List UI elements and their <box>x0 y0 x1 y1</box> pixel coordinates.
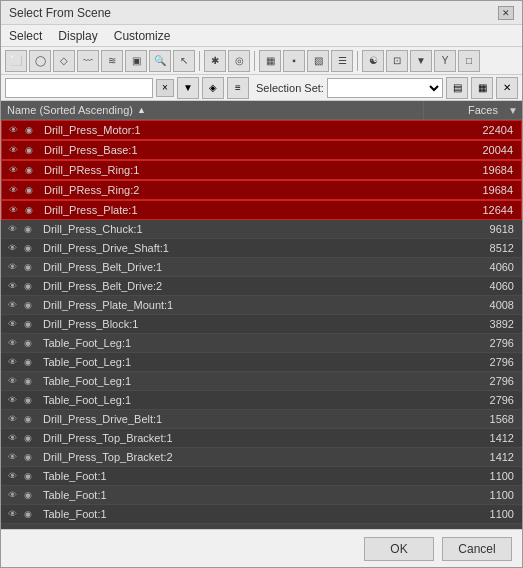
tool-box[interactable]: □ <box>458 50 480 72</box>
tool-fence[interactable]: ◇ <box>53 50 75 72</box>
render-icon[interactable]: ◉ <box>21 488 35 502</box>
visibility-icon[interactable]: 👁 <box>5 355 19 369</box>
table-row[interactable]: 👁 ◉ Drill_PRess_Ring:2 19684 <box>1 180 522 200</box>
visibility-icon[interactable]: 👁 <box>5 336 19 350</box>
table-row[interactable]: 👁 ◉ Table_Foot_Leg:1 2796 <box>1 353 522 372</box>
tool-none[interactable]: ◎ <box>228 50 250 72</box>
visibility-icon[interactable]: 👁 <box>6 203 20 217</box>
menu-display[interactable]: Display <box>54 28 101 44</box>
visibility-icon[interactable]: 👁 <box>5 450 19 464</box>
visibility-icon[interactable]: 👁 <box>6 143 20 157</box>
tool-layers[interactable]: ☰ <box>331 50 353 72</box>
sel-btn-2[interactable]: ▦ <box>471 77 493 99</box>
table-row[interactable]: 👁 ◉ Drill_Press_Top_Bracket:2 1412 <box>1 448 522 467</box>
render-icon[interactable]: ◉ <box>22 123 36 137</box>
table-row[interactable]: 👁 ◉ Table_Foot:1 1100 <box>1 486 522 505</box>
visibility-icon[interactable]: 👁 <box>5 260 19 274</box>
render-icon[interactable]: ◉ <box>21 450 35 464</box>
clear-search-button[interactable]: × <box>156 79 174 97</box>
tool-grid[interactable]: ▦ <box>259 50 281 72</box>
layer-button[interactable]: ◈ <box>202 77 224 99</box>
table-row[interactable]: 👁 ◉ Table_Foot_Leg:1 2796 <box>1 391 522 410</box>
render-icon[interactable]: ◉ <box>21 431 35 445</box>
header-name[interactable]: Name (Sorted Ascending) ▲ <box>1 101 424 119</box>
tool-display[interactable]: ☯ <box>362 50 384 72</box>
tool-hierarchy[interactable]: ▧ <box>307 50 329 72</box>
render-icon[interactable]: ◉ <box>21 412 35 426</box>
tool-funnel[interactable]: ▼ <box>410 50 432 72</box>
render-icon[interactable]: ◉ <box>22 183 36 197</box>
visibility-icon[interactable]: 👁 <box>6 163 20 177</box>
table-row[interactable]: 👁 ◉ Drill_Press_Plate:1 12644 <box>1 200 522 220</box>
visibility-icon[interactable]: 👁 <box>5 507 19 521</box>
sort-button[interactable]: ≡ <box>227 77 249 99</box>
table-row[interactable]: 👁 ◉ Drill_Press_Top_Bracket:1 1412 <box>1 429 522 448</box>
tool-circle[interactable]: ◯ <box>29 50 51 72</box>
visibility-icon[interactable]: 👁 <box>5 374 19 388</box>
table-row[interactable]: 👁 ◉ Drill_Press_Belt_Drive:2 4060 <box>1 277 522 296</box>
tool-arrow[interactable]: ↖ <box>173 50 195 72</box>
visibility-icon[interactable]: 👁 <box>5 431 19 445</box>
table-row[interactable]: 👁 ◉ Drill_Press_Motor:1 22404 <box>1 120 522 140</box>
visibility-icon[interactable]: 👁 <box>5 279 19 293</box>
table-row[interactable]: 👁 ◉ Table_Foot_Leg:1 2796 <box>1 334 522 353</box>
render-icon[interactable]: ◉ <box>21 507 35 521</box>
tool-region[interactable]: ▣ <box>125 50 147 72</box>
table-row[interactable]: 👁 ◉ Table_Foot:1 1100 <box>1 467 522 486</box>
visibility-icon[interactable]: 👁 <box>6 123 20 137</box>
menu-select[interactable]: Select <box>5 28 46 44</box>
table-row[interactable]: 👁 ◉ Drill_Press_Block:1 3892 <box>1 315 522 334</box>
visibility-icon[interactable]: 👁 <box>5 469 19 483</box>
close-button[interactable]: ✕ <box>498 6 514 20</box>
visibility-icon[interactable]: 👁 <box>5 393 19 407</box>
table-row[interactable]: 👁 ◉ Drill_Press_Drive_Belt:1 1568 <box>1 410 522 429</box>
table-row[interactable]: 👁 ◉ Drill_Press_Plate_Mount:1 4008 <box>1 296 522 315</box>
render-icon[interactable]: ◉ <box>22 203 36 217</box>
tool-all[interactable]: ✱ <box>204 50 226 72</box>
render-icon[interactable]: ◉ <box>21 469 35 483</box>
tool-funnel2[interactable]: Y <box>434 50 456 72</box>
tool-lasso[interactable]: 〰 <box>77 50 99 72</box>
table-row[interactable]: 👁 ◉ Drill_Press_Chuck:1 9618 <box>1 220 522 239</box>
render-icon[interactable]: ◉ <box>22 163 36 177</box>
table-row[interactable]: 👁 ◉ Drill_Press_Base:1 20044 <box>1 140 522 160</box>
render-icon[interactable]: ◉ <box>22 143 36 157</box>
sel-btn-1[interactable]: ▤ <box>446 77 468 99</box>
render-icon[interactable]: ◉ <box>21 241 35 255</box>
render-icon[interactable]: ◉ <box>21 279 35 293</box>
render-icon[interactable]: ◉ <box>21 355 35 369</box>
table-row[interactable]: 👁 ◉ Table_Foot_Leg:1 2796 <box>1 372 522 391</box>
visibility-icon[interactable]: 👁 <box>5 241 19 255</box>
table-row[interactable]: 👁 ◉ Drill_PRess_Ring:1 19684 <box>1 160 522 180</box>
tool-invert[interactable]: 🔍 <box>149 50 171 72</box>
menu-customize[interactable]: Customize <box>110 28 175 44</box>
render-icon[interactable]: ◉ <box>21 317 35 331</box>
render-icon[interactable]: ◉ <box>21 393 35 407</box>
render-icon[interactable]: ◉ <box>21 222 35 236</box>
tool-list[interactable]: ▪ <box>283 50 305 72</box>
search-input[interactable] <box>5 78 153 98</box>
render-icon[interactable]: ◉ <box>21 260 35 274</box>
header-faces[interactable]: Faces <box>424 101 504 119</box>
visibility-icon[interactable]: 👁 <box>5 298 19 312</box>
table-row[interactable]: 👁 ◉ Table_Foot:1 1100 <box>1 505 522 524</box>
table-row[interactable]: 👁 ◉ Drill_Press_Drive_Shaft:1 8512 <box>1 239 522 258</box>
ok-button[interactable]: OK <box>364 537 434 561</box>
header-filter-icon[interactable]: ▼ <box>504 101 522 119</box>
selection-set-dropdown[interactable] <box>327 78 443 98</box>
tool-select-all[interactable]: ⬜ <box>5 50 27 72</box>
cancel-button[interactable]: Cancel <box>442 537 512 561</box>
visibility-icon[interactable]: 👁 <box>5 488 19 502</box>
tool-filter[interactable]: ⊡ <box>386 50 408 72</box>
render-icon[interactable]: ◉ <box>21 298 35 312</box>
table-row[interactable]: 👁 ◉ Drill_Press_Belt_Drive:1 4060 <box>1 258 522 277</box>
visibility-icon[interactable]: 👁 <box>5 222 19 236</box>
tool-paint[interactable]: ≋ <box>101 50 123 72</box>
visibility-icon[interactable]: 👁 <box>5 317 19 331</box>
visibility-icon[interactable]: 👁 <box>5 412 19 426</box>
visibility-icon[interactable]: 👁 <box>6 183 20 197</box>
render-icon[interactable]: ◉ <box>21 336 35 350</box>
filter-button[interactable]: ▼ <box>177 77 199 99</box>
render-icon[interactable]: ◉ <box>21 374 35 388</box>
dismiss-button[interactable]: ✕ <box>496 77 518 99</box>
